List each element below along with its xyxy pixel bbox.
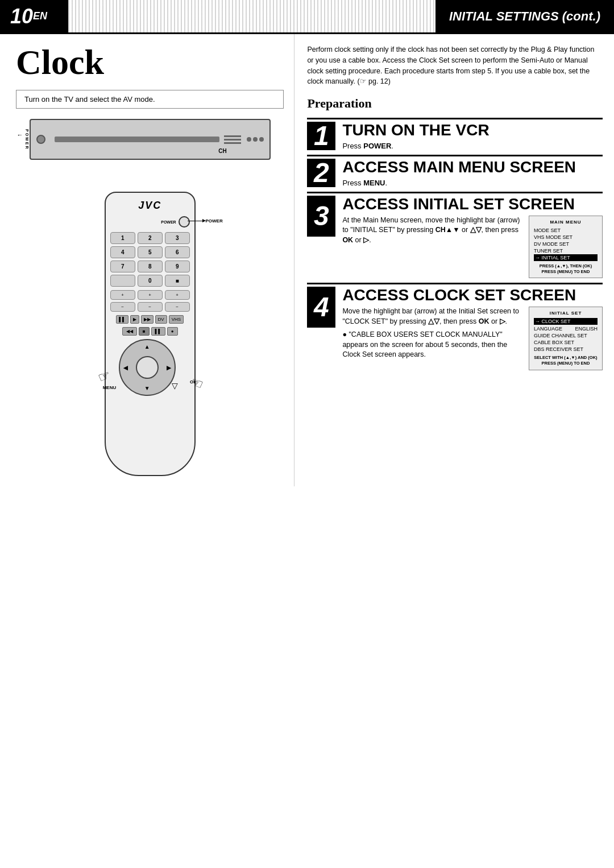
transport-vhs: VHS	[169, 315, 184, 324]
intro-text: Perform clock setting only if the clock …	[307, 44, 603, 87]
step2-inner: 2 ACCESS MAIN MENU SCREEN Press MENU.	[307, 156, 603, 187]
step1-content: TURN ON THE VCR Press POWER.	[342, 122, 489, 150]
step2-desc-bold: MENU	[363, 179, 385, 187]
header: 10EN INITIAL SETTINGS (cont.)	[0, 0, 614, 34]
step1-inner: 1 TURN ON THE VCR Press POWER.	[307, 119, 603, 150]
vcr-control-bar1	[224, 135, 241, 137]
remote-power-arrow: POWER	[188, 218, 222, 224]
step3-panel-item1: MODE SET	[534, 227, 598, 234]
header-gradient	[68, 0, 435, 32]
transport-dv: DV	[155, 315, 167, 324]
step1-block: 1 TURN ON THE VCR Press POWER.	[307, 118, 603, 150]
transport-rew: ◀◀	[122, 327, 137, 336]
step3-inner: 3 ACCESS INITIAL SET SCREEN At the Main …	[307, 193, 603, 278]
vcr-ch-label: CH	[218, 148, 226, 154]
remote-vol-grid: + + + − − −	[110, 290, 190, 312]
remote-extra1: +	[165, 290, 190, 300]
step4-text: Move the highlight bar (arrow) at the In…	[342, 307, 523, 360]
step4-body: Move the highlight bar (arrow) at the In…	[342, 307, 603, 370]
page-number: 10EN	[0, 0, 68, 32]
step3-panel-item4: TUNER SET	[534, 247, 598, 254]
step3-heading: ACCESS INITIAL SET SCREEN	[342, 196, 603, 213]
vcr-btn2	[253, 137, 258, 142]
nav-left: ◀	[123, 365, 128, 371]
step3-panel: MAIN MENU MODE SET VHS MODE SET DV MODE …	[529, 216, 603, 279]
step4-desc: Move the highlight bar (arrow) at the In…	[342, 307, 523, 326]
remote-num-4: 4	[110, 246, 135, 258]
remote-ch-down: −	[138, 302, 163, 312]
left-column: Clock Turn on the TV and select the AV m…	[0, 34, 294, 486]
power-arrow-line	[188, 221, 204, 221]
step3-number: 3	[307, 196, 335, 237]
transport-mode1: ▌▌	[116, 315, 128, 324]
step2-desc: Press MENU.	[342, 179, 576, 187]
remote-num-8: 8	[138, 261, 163, 272]
main-layout: Clock Turn on the TV and select the AV m…	[0, 34, 614, 486]
menu-hand-icon: ☞	[96, 367, 113, 386]
step1-number: 1	[307, 122, 335, 150]
vcr-right-buttons	[247, 137, 264, 142]
nav-center-button	[136, 356, 159, 379]
remote-ch-up: +	[138, 290, 163, 300]
step4-panel: INITIAL SET → CLOCK SET LANGUAGEENGLISH …	[529, 307, 603, 370]
step4-number: 4	[307, 287, 335, 328]
remote-num-5: 5	[138, 246, 163, 258]
vcr-power-arrow: ←	[17, 131, 23, 138]
instruction-text: Turn on the TV and select the AV mode.	[24, 95, 155, 104]
right-column: Perform clock setting only if the clock …	[294, 34, 614, 486]
step4-panel-item3: GUIDE CHANNEL SET	[534, 332, 598, 339]
step3-content: ACCESS INITIAL SET SCREEN At the Main Me…	[342, 196, 603, 278]
menu-label: MENU	[103, 385, 117, 390]
vcr-btn1	[247, 137, 251, 142]
step4-block: 4 ACCESS CLOCK SET SCREEN Move the highl…	[307, 283, 603, 370]
nav-up: ▲	[144, 344, 150, 350]
nav-down: ▼	[144, 385, 150, 391]
transport-rec: ●	[167, 327, 178, 336]
vcr-tape-slot	[55, 137, 219, 142]
power-arrow-head	[202, 219, 206, 222]
step4-heading: ACCESS CLOCK SET SCREEN	[342, 287, 603, 304]
remote-power-area: POWER POWER	[110, 216, 190, 228]
step4-panel-note: SELECT WITH (▲,▼) AND (OK)PRESS (MENU) T…	[534, 355, 598, 366]
header-title: INITIAL SETTINGS (cont.)	[435, 0, 614, 32]
remote-num-extra: ■	[165, 275, 190, 287]
nav-triangle-right: ▽	[172, 381, 178, 390]
step3-panel-item3: DV MODE SET	[534, 241, 598, 247]
step4-panel-item4: CABLE BOX SET	[534, 339, 598, 346]
step2-heading: ACCESS MAIN MENU SCREEN	[342, 159, 576, 176]
remote-transport-row2: ◀◀ ■ ▌▌ ●	[110, 327, 190, 336]
remote-num-7: 7	[110, 261, 135, 272]
step4-bullet: ● "CABLE BOX USERS SET CLOCK MANUALLY" a…	[342, 330, 523, 360]
remote-num-6: 6	[165, 246, 190, 258]
step1-desc: Press POWER.	[342, 142, 489, 150]
step3-block: 3 ACCESS INITIAL SET SCREEN At the Main …	[307, 192, 603, 278]
remote-num-3: 3	[165, 232, 190, 244]
remote-brand-label: JVC	[110, 200, 190, 212]
remote-power-label: POWER	[161, 220, 176, 224]
remote-transport-row: ▌▌ ▶ ▶▶ DV VHS	[110, 315, 190, 324]
transport-pause: ▌▌	[151, 327, 165, 336]
remote-num-1: 1	[110, 232, 135, 244]
step2-content: ACCESS MAIN MENU SCREEN Press MENU.	[342, 159, 576, 187]
transport-stop: ■	[139, 327, 150, 336]
step4-content: ACCESS CLOCK SET SCREEN Move the highlig…	[342, 287, 603, 370]
ok-hand-icon: ☞	[188, 374, 205, 393]
remote-num-0: 0	[138, 275, 163, 287]
vcr-power-button	[36, 135, 45, 144]
step4-panel-item1: → CLOCK SET	[534, 318, 598, 325]
remote-num-2: 2	[138, 232, 163, 244]
nav-circle-outer: ▲ ▼ ◀ ▶	[119, 339, 176, 396]
transport-ff: ▶▶	[141, 315, 154, 324]
remote-num-9: 9	[165, 261, 190, 272]
clock-title: Clock	[16, 44, 284, 80]
step3-body: At the Main Menu screen, move the highli…	[342, 216, 603, 279]
remote-nav-area: △ ▽ ▲ ▼ ◀ ▶ MENU ☞ Ok ☞	[119, 339, 181, 402]
instruction-box: Turn on the TV and select the AV mode.	[16, 90, 284, 109]
step3-panel-item5: → INITIAL SET	[534, 254, 598, 261]
remote-vol-down: −	[110, 302, 135, 312]
step1-heading: TURN ON THE VCR	[342, 122, 489, 139]
step3-desc: At the Main Menu screen, move the highli…	[342, 216, 523, 246]
nav-right: ▶	[167, 365, 171, 371]
remote-body: JVC POWER POWER 1 2 3	[105, 192, 196, 476]
vcr-control-bar3	[224, 142, 241, 144]
